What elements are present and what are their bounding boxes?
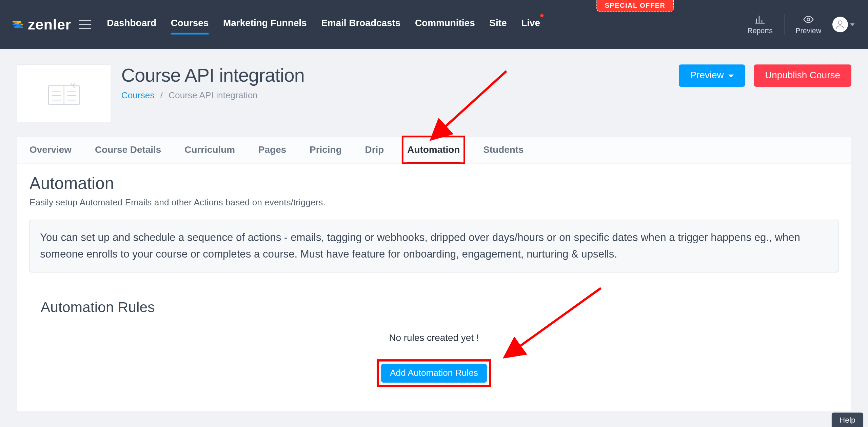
tab-pricing[interactable]: Pricing [310, 138, 342, 163]
nav-courses[interactable]: Courses [171, 15, 209, 35]
reports-icon [754, 14, 766, 27]
course-tabs: Overview Course Details Curriculum Pages… [17, 137, 851, 164]
help-button[interactable]: Help [832, 412, 863, 427]
automation-lead: Easily setup Automated Emails and other … [29, 198, 839, 208]
page-title: Course API integration [121, 64, 304, 86]
nav-marketing-funnels[interactable]: Marketing Funnels [223, 15, 307, 35]
brand-text: zenler [28, 16, 71, 33]
annotation-box-icon: Add Automation Rules [377, 359, 492, 387]
automation-panel: Automation Easily setup Automated Emails… [17, 164, 851, 411]
nav-right: Reports Preview [747, 14, 854, 35]
preview-button[interactable]: Preview [679, 64, 745, 87]
chevron-down-icon [850, 23, 854, 26]
rules-empty-text: No rules created yet ! [41, 332, 827, 344]
automation-heading: Automation [29, 174, 839, 193]
nav-communities[interactable]: Communities [415, 15, 475, 35]
nav-email-broadcasts[interactable]: Email Broadcasts [321, 15, 400, 35]
nav-live-label: Live [521, 18, 540, 28]
live-notification-dot-icon [540, 14, 544, 17]
zenler-logo-icon [11, 18, 24, 31]
breadcrumb: Courses / Course API integration [121, 90, 304, 101]
primary-nav: Dashboard Courses Marketing Funnels Emai… [107, 15, 540, 35]
menu-toggle-icon[interactable] [79, 20, 91, 29]
nav-site[interactable]: Site [489, 15, 507, 35]
rules-heading: Automation Rules [41, 299, 827, 316]
breadcrumb-separator: / [160, 90, 163, 100]
page-header: Course API integration Courses / Course … [17, 64, 851, 122]
eye-icon [802, 14, 814, 27]
avatar-icon [832, 17, 848, 32]
tab-course-details[interactable]: Course Details [95, 138, 161, 163]
automation-notice: You can set up and schedule a sequence o… [29, 220, 839, 272]
tab-students[interactable]: Students [483, 138, 524, 163]
add-automation-rules-button[interactable]: Add Automation Rules [381, 364, 487, 383]
breadcrumb-current: Course API integration [169, 90, 258, 100]
preview-link[interactable]: Preview [795, 14, 821, 35]
course-thumbnail [17, 64, 111, 122]
automation-rules: Automation Rules No rules created yet ! … [29, 286, 839, 406]
reports-label: Reports [747, 27, 773, 35]
tab-automation[interactable]: Automation [407, 138, 460, 163]
svg-point-1 [838, 21, 842, 24]
nav-dashboard[interactable]: Dashboard [107, 15, 156, 35]
top-navbar: SPECIAL OFFER zenler Dashboard Courses M… [0, 0, 868, 49]
chevron-down-icon [728, 74, 734, 77]
tab-curriculum[interactable]: Curriculum [184, 138, 235, 163]
preview-button-label: Preview [690, 70, 724, 81]
nav-live[interactable]: Live [521, 15, 540, 35]
brand[interactable]: zenler [11, 16, 71, 33]
unpublish-button[interactable]: Unpublish Course [754, 64, 851, 87]
preview-label: Preview [795, 27, 821, 35]
svg-point-0 [807, 18, 810, 21]
page: Course API integration Courses / Course … [0, 49, 868, 412]
course-card: Overview Course Details Curriculum Pages… [17, 137, 851, 412]
tab-overview[interactable]: Overview [29, 138, 72, 163]
reports-link[interactable]: Reports [747, 14, 773, 35]
tab-pages[interactable]: Pages [258, 138, 286, 163]
special-offer-badge[interactable]: SPECIAL OFFER [596, 0, 674, 12]
header-actions: Preview Unpublish Course [679, 64, 851, 87]
user-menu[interactable] [832, 17, 855, 32]
tab-drip[interactable]: Drip [365, 138, 384, 163]
nav-divider [784, 15, 785, 35]
breadcrumb-root[interactable]: Courses [121, 90, 155, 100]
title-block: Course API integration Courses / Course … [121, 64, 304, 101]
